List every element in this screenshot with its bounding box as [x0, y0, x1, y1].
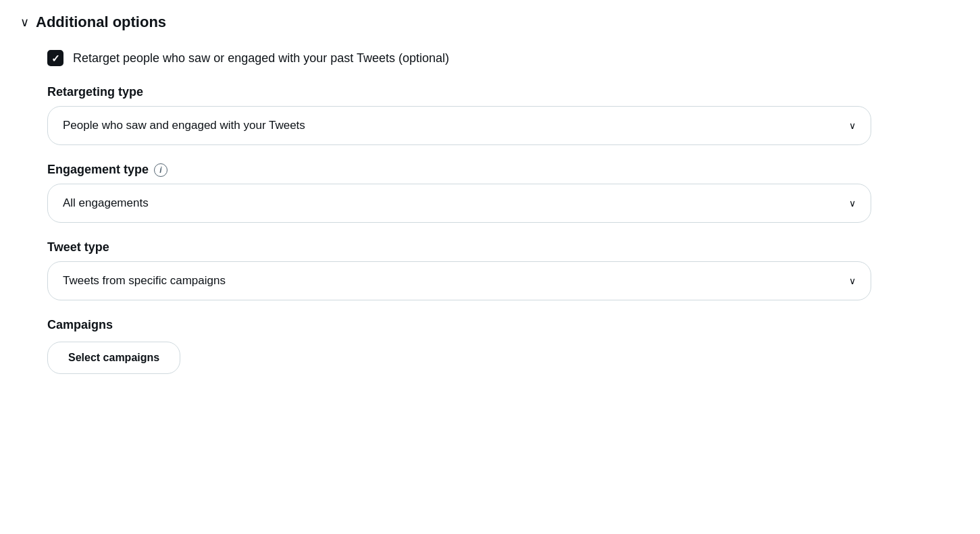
campaigns-group: Campaigns Select campaigns [47, 318, 871, 374]
tweet-type-label-text: Tweet type [47, 240, 109, 255]
engagement-type-info-icon[interactable]: i [154, 163, 167, 177]
engagement-type-group: Engagement type i All engagements ∨ [47, 163, 871, 223]
checkmark-icon: ✓ [51, 53, 60, 63]
engagement-type-label-text: Engagement type [47, 163, 149, 177]
tweet-type-group: Tweet type Tweets from specific campaign… [47, 240, 871, 300]
section-collapse-icon: ∨ [20, 15, 29, 30]
section-title: Additional options [36, 14, 166, 31]
retargeting-type-selected: People who saw and engaged with your Twe… [63, 119, 305, 132]
retargeting-type-label: Retargeting type [47, 85, 871, 99]
engagement-type-label: Engagement type i [47, 163, 871, 177]
retargeting-type-chevron-icon: ∨ [849, 120, 856, 131]
retargeting-type-dropdown[interactable]: People who saw and engaged with your Twe… [47, 106, 871, 145]
engagement-type-dropdown[interactable]: All engagements ∨ [47, 184, 871, 223]
retargeting-type-group: Retargeting type People who saw and enga… [47, 85, 871, 145]
tweet-type-label: Tweet type [47, 240, 871, 255]
tweet-type-chevron-icon: ∨ [849, 275, 856, 286]
campaigns-label: Campaigns [47, 318, 871, 332]
tweet-type-selected: Tweets from specific campaigns [63, 274, 226, 288]
retarget-checkbox-label: Retarget people who saw or engaged with … [73, 51, 449, 65]
retarget-checkbox[interactable]: ✓ [47, 50, 63, 66]
engagement-type-chevron-icon: ∨ [849, 198, 856, 209]
additional-options-header[interactable]: ∨ Additional options [20, 14, 960, 31]
select-campaigns-button[interactable]: Select campaigns [47, 342, 180, 374]
engagement-type-selected: All engagements [63, 196, 149, 210]
section-content: ✓ Retarget people who saw or engaged wit… [20, 50, 960, 374]
tweet-type-dropdown[interactable]: Tweets from specific campaigns ∨ [47, 261, 871, 300]
retargeting-type-label-text: Retargeting type [47, 85, 143, 99]
retarget-checkbox-row: ✓ Retarget people who saw or engaged wit… [47, 50, 960, 66]
